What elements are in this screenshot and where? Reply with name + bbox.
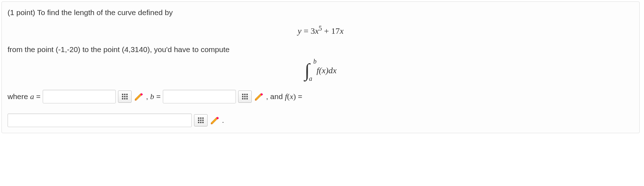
from-to-text: from the point (-1,-20) to the point (4,… xyxy=(8,45,634,54)
a-input[interactable] xyxy=(43,90,116,103)
keypad-icon xyxy=(242,94,248,99)
integral-lower-limit: a xyxy=(309,75,312,83)
pencil-icon xyxy=(134,92,144,102)
integrand: f(x)dx xyxy=(317,66,337,75)
keypad-icon xyxy=(198,117,204,123)
lead-text: (1 point) To find the length of the curv… xyxy=(8,8,634,17)
pencil-icon xyxy=(210,115,220,125)
problem-panel: (1 point) To find the length of the curv… xyxy=(1,1,640,133)
integral-upper-limit: b xyxy=(313,58,317,65)
fx-input[interactable] xyxy=(8,113,192,127)
keypad-button-fx[interactable] xyxy=(194,114,208,126)
integral-expression: ∫ b a f(x)dx xyxy=(8,61,634,80)
curve-equation: y = 3x5 + 17x xyxy=(8,25,634,36)
keypad-icon xyxy=(122,94,128,99)
b-input[interactable] xyxy=(163,90,236,103)
pencil-icon xyxy=(254,92,264,102)
keypad-button-a[interactable] xyxy=(118,90,132,103)
answer-row: where a = , b = , and f(x) = xyxy=(8,90,634,127)
keypad-button-b[interactable] xyxy=(238,90,252,103)
